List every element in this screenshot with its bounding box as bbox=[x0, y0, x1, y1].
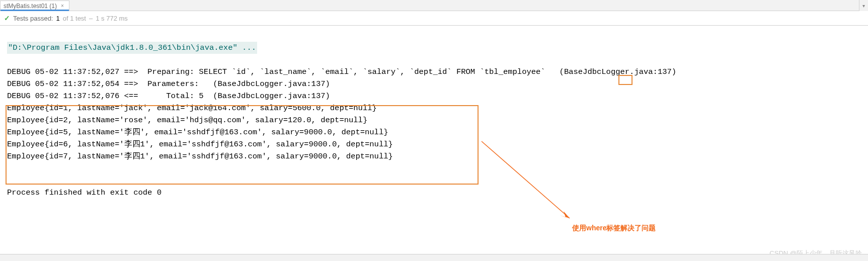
tab-overflow-button[interactable]: ▾ bbox=[859, 0, 868, 11]
check-icon: ✓ bbox=[4, 14, 10, 22]
tests-time: 1 s 772 ms bbox=[96, 15, 128, 22]
tab-active-indicator bbox=[1, 10, 69, 11]
console-exit-line: Process finished with exit code 0 bbox=[7, 188, 162, 197]
console-employee-line: Employee{id=6, lastName='李四1', email='ss… bbox=[7, 140, 393, 149]
tests-passed-label: Tests passed: bbox=[13, 15, 53, 22]
console-employee-line: Employee{id=2, lastName='rose', email='h… bbox=[7, 116, 367, 125]
console-employee-line: Employee{id=7, lastName='李四1', email='ss… bbox=[7, 152, 393, 161]
console-employee-line: Employee{id=5, lastName='李四', email='ssh… bbox=[7, 128, 388, 137]
svg-marker-1 bbox=[560, 211, 570, 218]
console-employee-line: Employee{id=1, lastName='jack', email='j… bbox=[7, 104, 377, 113]
dash: – bbox=[89, 15, 93, 22]
test-status-bar: ✓ Tests passed: 1 of 1 test – 1 s 772 ms bbox=[0, 11, 868, 26]
annotation-arrow bbox=[479, 139, 580, 227]
tests-passed-count: 1 bbox=[56, 15, 60, 22]
tests-total: of 1 test bbox=[63, 15, 86, 22]
console-debug-line: DEBUG 05-02 11:37:52,054 ==> Parameters:… bbox=[7, 79, 330, 89]
java-exe-path: "D:\Program Files\Java\jdk1.8.0_361\bin\… bbox=[7, 42, 257, 54]
console-debug-line: DEBUG 05-02 11:37:52,027 ==> Preparing: … bbox=[7, 67, 676, 76]
bottom-status-bar bbox=[0, 254, 868, 261]
svg-line-0 bbox=[482, 141, 570, 218]
tab-active[interactable]: stMyBatis.test01 (1) × bbox=[0, 1, 69, 11]
console-output[interactable]: "D:\Program Files\Java\jdk1.8.0_361\bin\… bbox=[0, 26, 868, 261]
chevron-down-icon: ▾ bbox=[862, 3, 865, 9]
console-debug-line: DEBUG 05-02 11:37:52,076 <== Total: 5 (B… bbox=[7, 92, 330, 101]
annotation-text: 使用where标签解决了问题 bbox=[572, 223, 656, 234]
tab-bar: stMyBatis.test01 (1) × ▾ bbox=[0, 0, 868, 11]
tab-label: stMyBatis.test01 (1) bbox=[4, 3, 57, 10]
close-icon[interactable]: × bbox=[61, 3, 64, 9]
